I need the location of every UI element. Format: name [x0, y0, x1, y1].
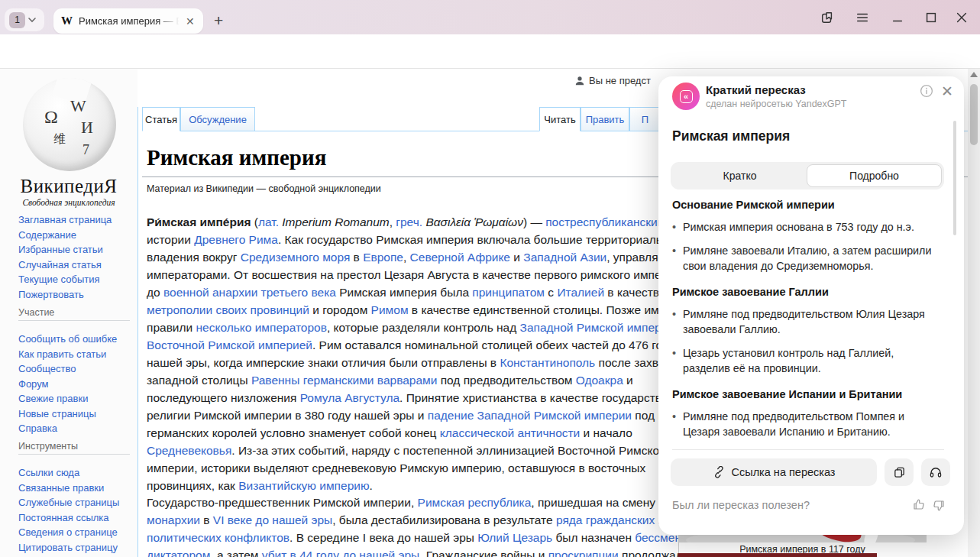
- sidebar-link[interactable]: Новые страницы: [18, 406, 133, 422]
- sidebar-link[interactable]: Сведения о странице: [18, 525, 133, 540]
- sidebar-link[interactable]: Сообщить об ошибке: [18, 332, 133, 347]
- wiki-link[interactable]: проскрипции: [548, 549, 619, 557]
- thumbs-down-icon[interactable]: [932, 499, 946, 513]
- thumbs-up-icon[interactable]: [912, 497, 926, 511]
- wiki-link[interactable]: политических конфликтов: [147, 531, 289, 544]
- summary-section-heading: Римское завоевание Испании и Британии: [672, 388, 938, 400]
- browser-tab[interactable]: W Римская империя — Ви ✕: [53, 8, 203, 34]
- wiki-link[interactable]: несколько императоров: [196, 321, 327, 334]
- sidebar-link[interactable]: Справка: [18, 421, 133, 436]
- wiki-link[interactable]: метрополии своих провинций: [147, 303, 309, 316]
- link-icon: [713, 466, 726, 479]
- wiki-link[interactable]: классической античности: [440, 426, 580, 439]
- wiki-link[interactable]: Западной Азии: [523, 251, 606, 264]
- summary-section-heading: Римское завоевание Галлии: [672, 286, 938, 298]
- wiki-link[interactable]: Одоакра: [576, 374, 623, 387]
- wiki-link[interactable]: падение Западной Римской империи: [428, 409, 632, 422]
- wiki-link[interactable]: постреспубликанский: [545, 215, 664, 228]
- scrollbar-thumb[interactable]: [970, 84, 978, 145]
- panel-scrollbar-thumb[interactable]: [953, 121, 956, 235]
- wikipedia-favicon: W: [61, 15, 73, 28]
- sidebar-link[interactable]: Как править статьи: [18, 347, 133, 362]
- wiki-link[interactable]: Равенны: [251, 374, 299, 387]
- sidebar-link[interactable]: Свежие правки: [18, 391, 133, 406]
- wiki-link[interactable]: монархии: [147, 513, 200, 526]
- info-icon[interactable]: [920, 84, 933, 98]
- wiki-link[interactable]: Ромула Августула: [300, 391, 399, 404]
- maximize-icon[interactable]: [923, 9, 940, 26]
- tab-read[interactable]: Читать: [539, 107, 581, 131]
- wiki-link[interactable]: германскими варварами: [303, 374, 438, 387]
- wiki-link[interactable]: военной анархии третьего века: [163, 286, 336, 299]
- sidebar-link[interactable]: Содержание: [18, 228, 133, 243]
- scroll-up-arrow[interactable]: [970, 72, 978, 77]
- wiki-link[interactable]: Древнего Рима: [194, 233, 278, 246]
- wiki-link[interactable]: Италией: [557, 286, 604, 299]
- tab-article[interactable]: Статья: [142, 107, 180, 131]
- tab-talk[interactable]: Обсуждение: [180, 107, 255, 131]
- sidebar-link[interactable]: Форум: [18, 377, 133, 392]
- wiki-link[interactable]: лат.: [258, 215, 279, 228]
- wiki-link[interactable]: диктатором: [147, 549, 210, 557]
- sidebar-nav-tools: Ссылки сюдаСвязанные правкиСлужебные стр…: [18, 465, 133, 555]
- window-close-icon[interactable]: [953, 9, 970, 26]
- sidebar-link[interactable]: Пожертвовать: [18, 287, 133, 303]
- tab-close-icon[interactable]: ✕: [186, 16, 195, 27]
- sidebar-nav-participation: Сообщить об ошибкеКак править статьиСооб…: [18, 332, 133, 436]
- wiki-link[interactable]: принципатом: [472, 286, 545, 299]
- sidebar-link[interactable]: Постоянная ссылка: [18, 510, 133, 526]
- wiki-link[interactable]: Северной Африке: [410, 251, 510, 264]
- wiki-link[interactable]: Константинополь: [500, 356, 595, 369]
- wikipedia-globe-logo[interactable]: W Ω И 维 7: [23, 78, 116, 171]
- sidebar-link[interactable]: Текущие события: [18, 272, 133, 287]
- panel-article-title: Римская империя: [672, 128, 790, 144]
- wiki-link[interactable]: Юлий Цезарь: [477, 531, 552, 544]
- tab-count-badge: 1: [9, 12, 25, 28]
- new-tab-button[interactable]: +: [214, 12, 223, 28]
- menu-icon[interactable]: [854, 9, 871, 26]
- panel-close-icon[interactable]: ✕: [941, 83, 953, 100]
- panel-subtitle: сделан нейросетью YandexGPT: [706, 99, 846, 109]
- tab-edit[interactable]: Править: [581, 107, 629, 131]
- wiki-link[interactable]: убит в 44 году до нашей эры: [262, 549, 420, 557]
- wiki-link[interactable]: Восточной Римской империей: [147, 338, 312, 351]
- summary-bullet: •Римляне завоевали Италию, а затем расши…: [672, 243, 938, 274]
- sidebar-link[interactable]: Связанные правки: [18, 481, 133, 496]
- wiki-link[interactable]: Византийскую империю: [238, 479, 369, 492]
- next-image-edge: [678, 553, 877, 557]
- tab-brief[interactable]: Кратко: [673, 164, 807, 187]
- minimize-icon[interactable]: [889, 9, 906, 26]
- sidebar-link[interactable]: Сообщество: [18, 361, 133, 377]
- wikipedia-tagline: Свободная энциклопедия: [0, 198, 137, 207]
- wiki-link[interactable]: Средиземного моря: [241, 251, 351, 264]
- wiki-link[interactable]: Средневековья: [147, 444, 231, 457]
- sidebar-link[interactable]: Избранные статьи: [18, 242, 133, 257]
- sidebar-link[interactable]: Ссылки сюда: [18, 465, 133, 481]
- listen-summary-button[interactable]: [921, 458, 950, 486]
- wiki-link[interactable]: Западной Римской империей: [520, 321, 681, 334]
- copy-summary-button[interactable]: [885, 458, 914, 486]
- tab-history[interactable]: П: [629, 107, 660, 131]
- feedback-question: Был ли пересказ полезен?: [672, 499, 810, 511]
- summary-link-button[interactable]: Ссылка на пересказ: [671, 458, 877, 486]
- wiki-link[interactable]: Римом: [371, 303, 409, 316]
- wiki-link[interactable]: греч.: [396, 215, 422, 228]
- sidebar-link[interactable]: Служебные страницы: [18, 495, 133, 510]
- wiki-link[interactable]: Римская республика: [418, 496, 532, 509]
- detail-level-switch: Кратко Подробно: [671, 162, 944, 189]
- tab-list-button[interactable]: 1: [5, 8, 44, 31]
- browser-toolbar: Я ru.wikipedia.org Римская империя — Вик…: [0, 34, 980, 69]
- summary-section-heading: Основание Римской империи: [672, 199, 938, 211]
- side-panels-icon[interactable]: [819, 9, 836, 26]
- wikipedia-wordmark[interactable]: ВикипедиЯ: [0, 176, 137, 197]
- sidebar-link[interactable]: Случайная статья: [18, 257, 133, 273]
- sidebar-link[interactable]: Заглавная страница: [18, 212, 133, 228]
- wiki-link[interactable]: Европе: [363, 251, 403, 264]
- article-subtitle: Материал из Википедии — свободной энцикл…: [147, 183, 381, 194]
- user-login-status[interactable]: Вы не предст: [574, 75, 651, 86]
- wiki-link[interactable]: VI веке до нашей эры: [213, 513, 332, 526]
- summary-bullet: •Цезарь установил контроль над Галлией, …: [672, 345, 938, 376]
- sidebar-link[interactable]: Цитировать страницу: [18, 540, 133, 555]
- page-scrollbar[interactable]: [968, 69, 980, 557]
- tab-detailed[interactable]: Подробно: [807, 164, 942, 187]
